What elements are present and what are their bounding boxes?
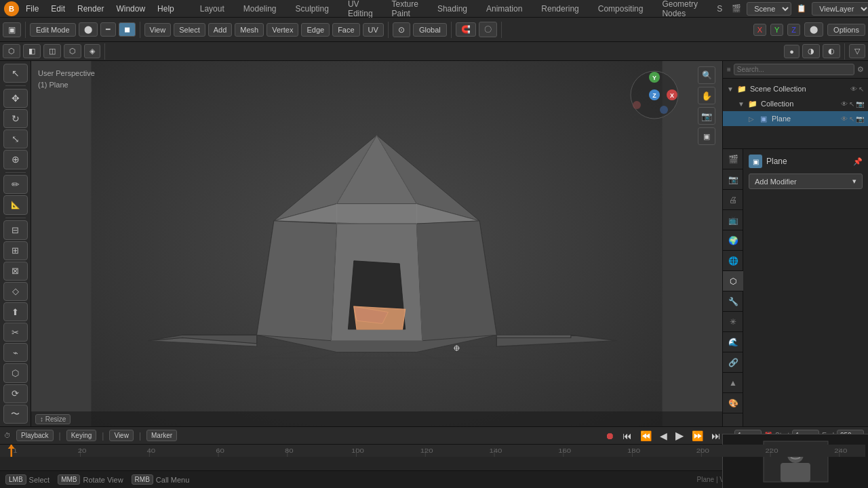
- jump-start-btn[interactable]: ⏮: [620, 430, 635, 441]
- blender-logo[interactable]: B: [4, 1, 19, 16]
- outliner-filter-icon[interactable]: ⚙: [857, 65, 864, 74]
- tab-layout[interactable]: Layout: [191, 0, 234, 18]
- navigation-gizmo[interactable]: Y X Z: [627, 68, 682, 122]
- spin-tool[interactable]: ⟳: [3, 384, 28, 403]
- solid-shading-btn[interactable]: ●: [784, 45, 800, 58]
- camera-view-btn[interactable]: 📷: [698, 107, 715, 125]
- tab-scripting[interactable]: S: [707, 0, 732, 18]
- prop-tab-data[interactable]: ▲: [723, 373, 743, 393]
- tab-texture-paint[interactable]: Texture Paint: [382, 0, 428, 18]
- transform-tool[interactable]: [3, 150, 28, 169]
- rotate-tool[interactable]: [3, 109, 28, 128]
- prop-tab-render[interactable]: 📷: [723, 169, 743, 190]
- overlay-btn[interactable]: ⬤: [804, 22, 823, 37]
- cursor-tool[interactable]: [3, 64, 28, 83]
- prop-tab-constraints[interactable]: 🔗: [723, 352, 743, 373]
- ortho-view-btn[interactable]: ▣: [698, 127, 715, 145]
- viewlayer-dropdown[interactable]: ViewLayer: [812, 2, 868, 16]
- smooth-tool[interactable]: 〜: [3, 405, 28, 424]
- play-btn[interactable]: ▶: [673, 429, 686, 442]
- keying-btn[interactable]: Keying: [66, 430, 97, 441]
- scene-dropdown[interactable]: Scene: [747, 2, 791, 16]
- playback-btn[interactable]: Playback: [16, 430, 54, 441]
- step-back-btn[interactable]: ⏪: [637, 430, 654, 441]
- render-icon-collection[interactable]: 📷: [856, 100, 864, 108]
- edge-mode-btn[interactable]: ━: [100, 22, 116, 37]
- scale-tool[interactable]: [3, 129, 28, 148]
- 3d-viewport[interactable]: User Perspective (1) Plane Y X Z: [31, 61, 722, 426]
- tl-view-btn[interactable]: View: [109, 430, 134, 441]
- step-fwd-btn[interactable]: ⏩: [689, 430, 706, 441]
- cursor-icon-collection[interactable]: ↖: [849, 100, 854, 108]
- vert-overlay-btn[interactable]: ⬡: [64, 44, 81, 58]
- tab-animation[interactable]: Animation: [477, 0, 532, 18]
- editor-type-btn[interactable]: ▣: [3, 22, 21, 37]
- eye-icon-plane[interactable]: 👁: [841, 115, 848, 123]
- prop-tab-output[interactable]: 🖨: [723, 190, 743, 210]
- z-axis-btn[interactable]: Z: [787, 24, 800, 36]
- add-menu-btn[interactable]: Add: [208, 23, 233, 37]
- bisect-tool[interactable]: ⌁: [3, 343, 28, 362]
- material-preview-btn[interactable]: ◑: [802, 44, 820, 58]
- extrude-tool[interactable]: ⬆: [3, 302, 28, 321]
- rendered-btn[interactable]: ◐: [823, 44, 840, 58]
- outliner-search[interactable]: [734, 64, 854, 75]
- cursor-icon-scene[interactable]: ↖: [859, 85, 864, 93]
- jump-end-btn[interactable]: ⏭: [709, 430, 724, 441]
- uv-menu-btn[interactable]: UV: [363, 23, 384, 37]
- add-modifier-btn[interactable]: Add Modifier ▾: [749, 174, 863, 189]
- annotate-tool[interactable]: [3, 175, 28, 194]
- snap-btn[interactable]: 🧲: [456, 22, 476, 37]
- menu-render[interactable]: Render: [72, 3, 109, 15]
- tab-uv-editing[interactable]: UV Editing: [338, 0, 382, 18]
- prop-tab-physics[interactable]: 🌊: [723, 332, 743, 352]
- mode-selector[interactable]: Edit Mode: [30, 23, 76, 37]
- wire-overlay-btn[interactable]: ◫: [43, 44, 61, 58]
- play-back-btn[interactable]: ◀: [657, 430, 670, 441]
- options-btn[interactable]: Options: [827, 24, 865, 36]
- tree-row-plane[interactable]: ▷ ▣ Plane 👁 ↖ 📷: [723, 111, 868, 126]
- transform-space-dropdown[interactable]: Global: [413, 23, 447, 37]
- loop-cut-tool[interactable]: ⊟: [3, 220, 28, 239]
- poly-build-tool[interactable]: ⬡: [3, 363, 28, 382]
- inset-tool[interactable]: ⊠: [3, 262, 28, 281]
- render-icon-plane[interactable]: 📷: [856, 115, 864, 123]
- eye-icon-collection[interactable]: 👁: [841, 100, 848, 108]
- timeline-playhead[interactable]: 1 20 40 60 80 100 120 140: [3, 445, 865, 457]
- resize-btn[interactable]: ↕ Resize: [35, 414, 71, 424]
- y-axis-btn[interactable]: Y: [770, 24, 783, 36]
- cursor-icon-plane[interactable]: ↖: [849, 115, 854, 123]
- measure-tool[interactable]: 📐: [3, 195, 28, 214]
- proportional-btn[interactable]: 〇: [479, 22, 497, 37]
- vertex-mode-btn[interactable]: ⬤: [79, 22, 98, 37]
- prop-tab-particles[interactable]: ✳: [723, 312, 743, 332]
- menu-window[interactable]: Window: [111, 3, 151, 15]
- select-menu-btn[interactable]: Select: [174, 23, 205, 37]
- tab-shading[interactable]: Shading: [428, 0, 477, 18]
- move-tool[interactable]: [3, 89, 28, 108]
- mesh-menu-btn[interactable]: Mesh: [235, 23, 264, 37]
- prop-pin-btn[interactable]: 📌: [853, 157, 863, 166]
- prop-tab-object[interactable]: ⬡: [723, 271, 743, 291]
- zoom-in-btn[interactable]: 🔍: [698, 66, 715, 84]
- tab-modeling[interactable]: Modeling: [234, 0, 286, 18]
- view-menu-btn[interactable]: View: [144, 23, 172, 37]
- tab-compositing[interactable]: Compositing: [589, 0, 653, 18]
- prop-tab-modifier[interactable]: 🔧: [723, 291, 743, 312]
- menu-file[interactable]: File: [20, 3, 44, 15]
- prop-tab-world[interactable]: 🌐: [723, 251, 743, 271]
- crease-btn[interactable]: ◈: [84, 44, 100, 58]
- tree-row-scene-collection[interactable]: ▼ 📁 Scene Collection 👁 ↖: [723, 81, 868, 96]
- record-btn[interactable]: ⏺: [602, 430, 617, 441]
- tab-rendering[interactable]: Rendering: [532, 0, 588, 18]
- menu-help[interactable]: Help: [152, 3, 180, 15]
- prop-tab-scene2[interactable]: 🌍: [723, 230, 743, 251]
- edge-menu-btn[interactable]: Edge: [301, 23, 330, 37]
- face-mode-btn[interactable]: ◼: [119, 22, 136, 37]
- prop-tab-scene[interactable]: 🎬: [723, 149, 743, 169]
- bevel-tool[interactable]: ◇: [3, 282, 28, 301]
- marker-btn[interactable]: Marker: [146, 430, 177, 441]
- offset-edge-tool[interactable]: ⊞: [3, 241, 28, 260]
- prop-tab-view[interactable]: 📺: [723, 210, 743, 230]
- pivot-btn[interactable]: ⊙: [393, 22, 410, 37]
